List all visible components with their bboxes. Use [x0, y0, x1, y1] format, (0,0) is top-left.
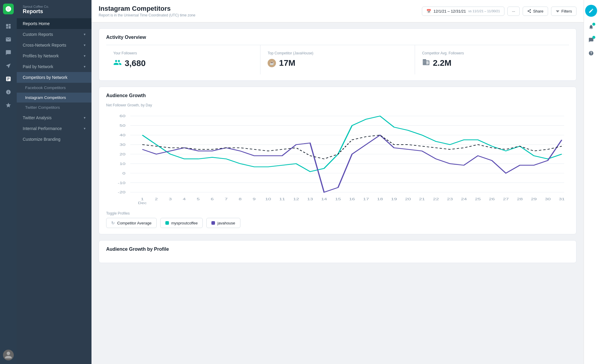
- stat-value-row: ☕ 17M: [268, 58, 407, 68]
- compare-range-text: vs 11/1/21 – 11/30/21: [468, 9, 500, 13]
- chevron-down-icon: ▾: [84, 43, 86, 47]
- edit-button[interactable]: [585, 5, 597, 17]
- svg-text:4: 4: [183, 197, 186, 201]
- chart-container: 60 50 40 30 20 10 0 -10 -20 1 Dec 2 3 4 …: [106, 110, 569, 211]
- right-panel: [584, 0, 598, 364]
- sidebar-item-label: Cross-Network Reports: [23, 43, 66, 48]
- toggle-mysproutcoffee[interactable]: mysproutcoffee: [160, 218, 203, 228]
- toggle-javahouse-label: javahouse: [217, 221, 235, 225]
- refresh-icon: ↻: [111, 221, 115, 225]
- nav-reports[interactable]: [2, 73, 14, 85]
- more-options-button[interactable]: ···: [507, 7, 520, 16]
- sidebar-sub-instagram-competitors[interactable]: Instagram Competitors: [17, 93, 91, 103]
- help-icon: [588, 51, 594, 56]
- sidebar-item-label: Competitors by Network: [23, 75, 67, 80]
- nav-listening[interactable]: [2, 86, 14, 98]
- chevron-down-icon: ▾: [84, 126, 86, 131]
- building-icon: [422, 58, 430, 68]
- svg-text:25: 25: [475, 197, 481, 201]
- svg-text:10: 10: [265, 197, 271, 201]
- sidebar-item-internal-performance[interactable]: Internal Performance ▾: [17, 123, 91, 134]
- stat-value-competitor: 17M: [279, 58, 295, 68]
- activity-overview-card: Activity Overview Your Followers 3,680 T…: [99, 28, 576, 81]
- chart-label: Net Follower Growth, by Day: [106, 103, 569, 107]
- chevron-down-icon: ▾: [84, 65, 86, 69]
- sidebar-item-customize-branding[interactable]: Customize Branding: [17, 134, 91, 145]
- sidebar-item-cross-network[interactable]: Cross-Network Reports ▾: [17, 40, 91, 51]
- sidebar-item-profiles-by-network[interactable]: Profiles by Network ▾: [17, 51, 91, 61]
- toggle-profiles-label: Toggle Profiles: [106, 211, 569, 215]
- svg-text:11: 11: [279, 197, 285, 201]
- nav-publish[interactable]: [2, 60, 14, 72]
- sidebar-sub-facebook-competitors[interactable]: Facebook Competitors: [17, 83, 91, 93]
- svg-text:5: 5: [197, 197, 200, 201]
- main-header: Instagram Competitors Report is in the U…: [91, 0, 584, 22]
- more-icon: ···: [512, 9, 515, 13]
- sidebar-sub-label: Twitter Competitors: [25, 105, 60, 110]
- sidebar-header: Sprout Coffee Co. Reports: [17, 0, 91, 18]
- notifications-button[interactable]: [586, 22, 597, 32]
- sidebar: Sprout Coffee Co. Reports Reports Home C…: [17, 0, 91, 364]
- audience-growth-profile-title: Audience Growth by Profile: [106, 247, 569, 252]
- svg-text:7: 7: [225, 197, 228, 201]
- share-button[interactable]: Share: [523, 7, 548, 16]
- svg-text:40: 40: [120, 133, 126, 137]
- chart-svg: 60 50 40 30 20 10 0 -10 -20 1 Dec 2 3 4 …: [106, 110, 569, 211]
- svg-text:20: 20: [120, 152, 126, 156]
- svg-text:6: 6: [211, 197, 214, 201]
- svg-text:13: 13: [307, 197, 313, 201]
- svg-text:30: 30: [120, 143, 126, 146]
- svg-text:2: 2: [155, 197, 158, 201]
- stat-value-followers: 3,680: [125, 59, 146, 68]
- sidebar-item-label: Custom Reports: [23, 32, 53, 37]
- svg-text:20: 20: [405, 197, 411, 201]
- toggle-competitor-avg[interactable]: ↻ Competitor Average: [106, 218, 157, 228]
- svg-text:22: 22: [433, 197, 439, 201]
- stat-your-followers: Your Followers 3,680: [106, 45, 260, 74]
- date-range-button[interactable]: 📅 12/1/21 – 12/31/21 vs 11/1/21 – 11/30/…: [422, 7, 504, 16]
- sidebar-sub-twitter-competitors[interactable]: Twitter Competitors: [17, 103, 91, 112]
- nav-inbox[interactable]: [2, 33, 14, 45]
- toggle-mysproutcoffee-label: mysproutcoffee: [171, 221, 198, 225]
- chevron-down-icon: ▾: [84, 32, 86, 36]
- main-content: Instagram Competitors Report is in the U…: [91, 0, 584, 364]
- sidebar-item-competitors-by-network[interactable]: Competitors by Network: [17, 72, 91, 83]
- sidebar-item-label: Internal Performance: [23, 126, 62, 131]
- svg-text:3: 3: [169, 197, 172, 201]
- followers-icon: [113, 58, 122, 68]
- audience-growth-card: Audience Growth Net Follower Growth, by …: [99, 87, 576, 234]
- chat-button[interactable]: [586, 35, 597, 45]
- svg-text:30: 30: [545, 197, 551, 201]
- svg-text:0: 0: [123, 171, 126, 175]
- chevron-down-icon: ▾: [84, 116, 86, 120]
- stats-row: Your Followers 3,680 Top Competitor (Jav…: [106, 45, 569, 74]
- nav-dashboard[interactable]: [2, 20, 14, 32]
- sidebar-item-twitter-analysis[interactable]: Twitter Analysis ▾: [17, 112, 91, 123]
- help-button[interactable]: [586, 48, 597, 59]
- svg-text:28: 28: [517, 197, 523, 201]
- sidebar-sub-label: Facebook Competitors: [25, 85, 66, 90]
- sidebar-item-label: Reports Home: [23, 21, 50, 26]
- app-logo[interactable]: [3, 4, 14, 14]
- purple-dot-icon: [211, 221, 215, 225]
- teal-line: [142, 116, 562, 172]
- sidebar-item-paid-by-network[interactable]: Paid by Network ▾: [17, 61, 91, 72]
- chevron-down-icon: ▾: [84, 54, 86, 58]
- stat-value-row: 2.2M: [422, 58, 562, 68]
- nav-starred[interactable]: [2, 99, 14, 111]
- svg-text:Dec: Dec: [138, 201, 147, 205]
- header-right: 📅 12/1/21 – 12/31/21 vs 11/1/21 – 11/30/…: [422, 7, 576, 16]
- sidebar-item-reports-home[interactable]: Reports Home: [17, 18, 91, 29]
- filters-button[interactable]: Filters: [551, 7, 576, 16]
- svg-text:12: 12: [293, 197, 299, 201]
- svg-text:16: 16: [349, 197, 355, 201]
- svg-text:50: 50: [120, 123, 126, 127]
- sidebar-item-custom-reports[interactable]: Custom Reports ▾: [17, 29, 91, 40]
- nav-messages[interactable]: [2, 47, 14, 59]
- user-avatar[interactable]: [3, 350, 14, 360]
- toggle-javahouse[interactable]: javahouse: [206, 218, 240, 228]
- share-label: Share: [533, 9, 544, 13]
- svg-text:19: 19: [391, 197, 397, 201]
- svg-text:21: 21: [419, 197, 425, 201]
- stat-top-competitor: Top Competitor (JavaHouse) ☕ 17M: [260, 45, 415, 74]
